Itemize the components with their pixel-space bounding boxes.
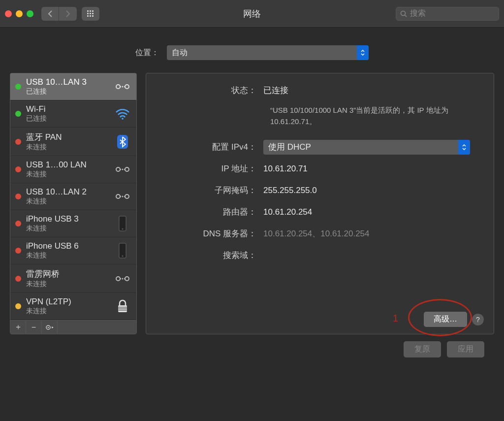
location-row: 位置： 自动 — [10, 45, 494, 60]
svg-rect-7 — [90, 15, 91, 17]
search-input[interactable]: 搜索 — [396, 7, 499, 21]
svg-point-33 — [125, 277, 129, 281]
status-dot-icon — [15, 111, 21, 117]
svg-rect-4 — [90, 13, 91, 14]
interface-item[interactable]: Wi-Fi 已连接 — [10, 100, 136, 128]
svg-point-26 — [120, 196, 121, 197]
svg-point-13 — [122, 86, 124, 88]
svg-point-35 — [120, 278, 121, 279]
add-interface-button[interactable]: ＋ — [10, 321, 26, 334]
actions-menu-button[interactable] — [42, 321, 58, 334]
svg-point-16 — [122, 118, 124, 120]
bluetooth-icon — [114, 134, 131, 150]
titlebar: 网络 搜索 — [0, 0, 504, 28]
apply-button[interactable]: 应用 — [447, 341, 484, 357]
svg-point-29 — [122, 228, 124, 230]
back-button[interactable] — [41, 7, 59, 21]
svg-point-32 — [116, 277, 120, 281]
status-dot-icon — [15, 139, 21, 145]
configure-ipv4-dropdown[interactable]: 使用 DHCP — [263, 140, 470, 155]
svg-point-9 — [401, 11, 406, 15]
location-label: 位置： — [135, 48, 159, 58]
interface-item[interactable]: 蓝牙 PAN 未连接 — [10, 128, 136, 156]
interface-name: USB 10…LAN 2 — [26, 187, 109, 197]
remove-interface-button[interactable]: − — [26, 321, 42, 334]
svg-point-22 — [124, 169, 126, 170]
wifi-icon — [114, 108, 131, 120]
configure-label: 配置 IPv4： — [156, 140, 263, 155]
interface-name: USB 10…LAN 3 — [26, 77, 109, 87]
svg-point-42 — [47, 326, 49, 328]
location-dropdown[interactable]: 自动 — [167, 45, 369, 60]
svg-point-18 — [116, 167, 120, 171]
subnet-label: 子网掩码： — [156, 183, 263, 198]
svg-rect-1 — [90, 10, 91, 12]
interface-name: iPhone USB 6 — [26, 241, 109, 251]
interface-item[interactable]: VPN (L2TP) 未连接 — [10, 293, 136, 320]
interface-sidebar: USB 10…LAN 3 已连接 Wi-Fi 已连接 — [10, 73, 137, 334]
svg-point-20 — [122, 169, 124, 170]
svg-line-10 — [405, 15, 407, 17]
router-label: 路由器： — [156, 205, 263, 220]
interface-status: 未连接 — [26, 170, 109, 179]
show-all-button[interactable] — [82, 7, 99, 21]
advanced-button[interactable]: 高级… — [424, 312, 467, 327]
status-label: 状态： — [156, 83, 263, 98]
svg-point-15 — [124, 86, 126, 88]
interface-status: 已连接 — [26, 87, 109, 96]
interface-name: 蓝牙 PAN — [26, 131, 109, 143]
interface-name: USB 1…00 LAN — [26, 160, 109, 170]
status-dot-icon — [15, 194, 21, 199]
search-placeholder: 搜索 — [410, 8, 426, 19]
svg-point-25 — [122, 196, 124, 197]
minimize-window-button[interactable] — [16, 10, 23, 17]
dns-label: DNS 服务器： — [156, 227, 263, 241]
phone-icon — [114, 243, 131, 259]
svg-point-19 — [125, 167, 129, 171]
svg-point-23 — [116, 194, 120, 198]
svg-point-31 — [122, 256, 124, 257]
svg-point-14 — [120, 86, 121, 88]
location-value: 自动 — [172, 48, 188, 58]
interface-item[interactable]: 雷雳网桥 未连接 — [10, 264, 136, 293]
interface-item[interactable]: USB 10…LAN 3 已连接 — [10, 73, 136, 100]
svg-rect-8 — [92, 15, 94, 17]
configure-value: 使用 DHCP — [268, 140, 311, 155]
interface-item[interactable]: iPhone USB 6 未连接 — [10, 237, 136, 264]
forward-button[interactable] — [59, 7, 77, 21]
dns-value: 10.61.20.254、10.61.20.254 — [263, 227, 484, 241]
svg-point-11 — [116, 85, 120, 89]
svg-point-27 — [124, 196, 126, 197]
router-value: 10.61.20.254 — [263, 205, 484, 220]
close-window-button[interactable] — [5, 10, 12, 17]
status-value: 已连接 — [263, 83, 484, 98]
interface-status: 未连接 — [26, 143, 109, 152]
svg-rect-5 — [92, 13, 94, 14]
ethernet-icon — [114, 81, 131, 92]
svg-rect-0 — [87, 10, 89, 12]
interface-name: VPN (L2TP) — [26, 297, 109, 307]
svg-rect-6 — [87, 15, 89, 17]
interface-item[interactable]: USB 1…00 LAN 未连接 — [10, 156, 136, 183]
fullscreen-window-button[interactable] — [27, 10, 33, 17]
ethernet-icon — [114, 191, 131, 202]
interface-status: 未连接 — [26, 307, 109, 316]
gear-icon — [45, 324, 54, 330]
svg-rect-3 — [87, 13, 89, 14]
svg-point-21 — [120, 169, 121, 170]
svg-point-36 — [124, 278, 126, 279]
help-button[interactable]: ? — [472, 314, 484, 325]
interface-item[interactable]: USB 10…LAN 2 未连接 — [10, 183, 136, 210]
traffic-lights — [5, 10, 33, 17]
status-dot-icon — [15, 303, 21, 309]
revert-button[interactable]: 复原 — [404, 341, 441, 357]
lock-icon — [114, 299, 131, 313]
search-icon — [400, 10, 407, 17]
ethernet-icon — [114, 164, 131, 175]
interface-item[interactable]: iPhone USB 3 未连接 — [10, 210, 136, 237]
dropdown-arrows-icon — [357, 45, 369, 60]
status-description: “USB 10/100/1000 LAN 3”当前是活跃的，其 IP 地址为 1… — [270, 105, 484, 127]
phone-icon — [114, 216, 131, 231]
interface-status: 已连接 — [26, 114, 109, 123]
interface-name: iPhone USB 3 — [26, 214, 109, 224]
